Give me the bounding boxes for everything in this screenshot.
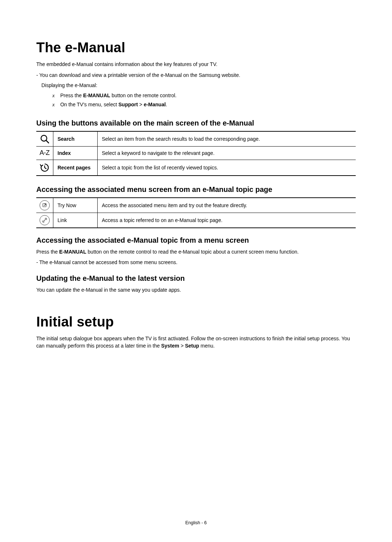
step-press-emanual: x Press the E-MANUAL button on the remot… [52,91,356,100]
displaying-label: Displaying the e-Manual: [41,81,356,89]
link-icon [36,213,53,228]
desc-link: Access a topic referred to on an e-Manua… [97,213,356,228]
updating-text: You can update the e-Manual in the same … [36,286,356,294]
heading-initial-setup: Initial setup [36,314,356,330]
initial-setup-text: The initial setup dialogue box appears w… [36,335,356,350]
note-download: You can download and view a printable ve… [41,71,356,79]
label-search: Search [53,131,97,147]
heading-e-manual: The e-Manual [36,40,356,56]
heading-associated-menu: Accessing the associated menu screen fro… [36,185,356,194]
svg-line-3 [44,204,46,206]
desc-recent-pages: Select a topic from the list of recently… [97,160,356,176]
svg-line-1 [46,140,49,143]
table-row: A-Z Index Select a keyword to navigate t… [36,146,356,160]
intro-text: The embedded e-Manual contains informati… [36,61,356,68]
x-bullet-icon: x [52,100,59,110]
recent-pages-icon [36,160,53,176]
label-try-now: Try Now [53,198,97,213]
from-menu-text: Press the E-MANUAL button on the remote … [36,248,356,256]
desc-index: Select a keyword to navigate to the rele… [97,146,356,160]
table-row: Recent pages Select a topic from the lis… [36,160,356,176]
label-index: Index [53,146,97,160]
search-icon [36,131,53,147]
step-menu-support: x On the TV's menu, select Support > e-M… [52,100,356,110]
table-row: Link Access a topic referred to on an e-… [36,213,356,228]
heading-from-menu-screen: Accessing the associated e-Manual topic … [36,236,356,245]
table-associated-menu: Try Now Access the associated menu item … [36,197,356,228]
desc-try-now: Access the associated menu item and try … [97,198,356,213]
index-icon: A-Z [36,146,53,160]
page-footer: English - 6 [0,520,392,525]
table-row: Try Now Access the associated menu item … [36,198,356,213]
heading-main-screen-buttons: Using the buttons available on the main … [36,119,356,127]
note-cannot-access: The e-Manual cannot be accessed from som… [41,259,356,266]
table-row: Search Select an item from the search re… [36,131,356,147]
table-main-buttons: Search Select an item from the search re… [36,131,356,176]
label-recent-pages: Recent pages [53,160,97,176]
heading-updating: Updating the e-Manual to the latest vers… [36,274,356,283]
desc-search: Select an item from the search results t… [97,131,356,147]
x-bullet-icon: x [52,91,59,100]
try-now-icon [36,198,53,213]
label-link: Link [53,213,97,228]
